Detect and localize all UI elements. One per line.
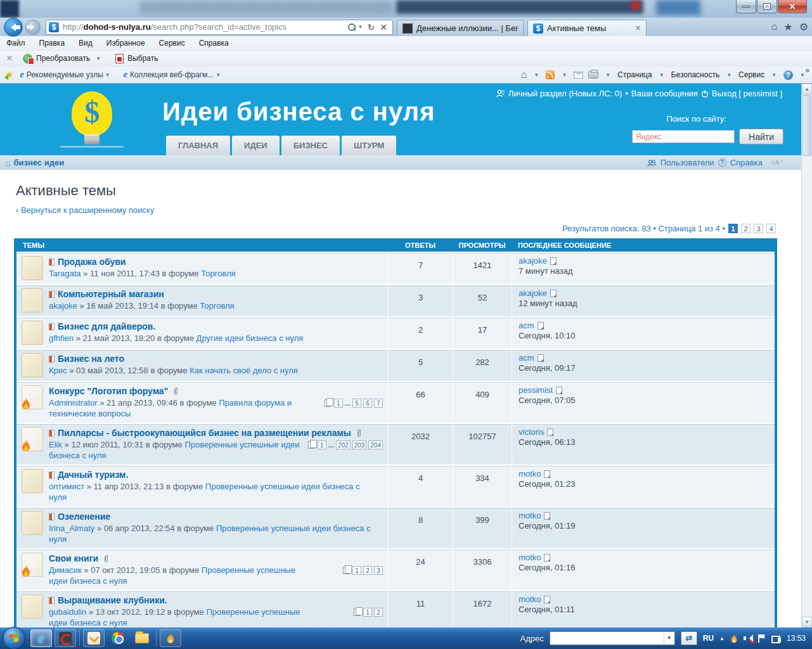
goto-lastpost-icon[interactable] xyxy=(550,290,557,297)
logout-link[interactable]: Выход [ pessimist ] xyxy=(712,89,782,98)
goto-lastpost-icon[interactable] xyxy=(538,322,544,330)
page-number[interactable]: 4 xyxy=(766,224,776,233)
forum-link[interactable]: Торговля xyxy=(200,301,234,311)
topic-author-link[interactable]: akajoke xyxy=(49,301,77,311)
taskbar-app-button[interactable] xyxy=(83,629,105,647)
home-icon[interactable]: ⌂ xyxy=(5,158,10,168)
help-dropdown-icon[interactable]: ▼ xyxy=(800,72,805,78)
menu-help[interactable]: Справка xyxy=(199,39,229,48)
help-icon[interactable]: ? xyxy=(783,70,793,80)
topic-title-link[interactable]: Дачный туризм. xyxy=(58,470,128,480)
topic-page-link[interactable]: 7 xyxy=(374,399,383,408)
scroll-up-button[interactable]: ▲ xyxy=(802,84,812,94)
breadcrumb[interactable]: бизнес идеи xyxy=(13,158,64,167)
favorite-suggested-sites[interactable]: e Рекомендуемые узлы ▼ xyxy=(20,70,112,80)
menu-favorites[interactable]: Избранное xyxy=(106,39,145,48)
topic-title-link[interactable]: Бизнес для дайверов. xyxy=(58,321,155,332)
menu-edit[interactable]: Правка xyxy=(39,39,65,48)
topic-page-link[interactable]: 1 xyxy=(363,608,372,617)
topic-title-link[interactable]: Конкурс "Логотип форума" xyxy=(49,386,168,397)
site-logo[interactable]: $ xyxy=(60,90,124,152)
topic-author-link[interactable]: Крис xyxy=(49,366,67,375)
topic-title-link[interactable]: Выращивание клубники. xyxy=(58,595,167,606)
print-icon[interactable] xyxy=(588,71,598,79)
topic-author-link[interactable]: gubaidulin xyxy=(49,607,86,617)
back-to-search-link[interactable]: ‹ Вернуться к расширенному поиску xyxy=(16,205,154,215)
page-dropdown-icon[interactable]: ▼ xyxy=(659,72,664,78)
tab-active-topics[interactable]: $ Активные темы ✕ xyxy=(527,20,647,36)
nav-tab-ideas[interactable]: ИДЕИ xyxy=(232,136,280,155)
topic-title-link[interactable]: Пилларсы - быстроокупающийся бизнес на р… xyxy=(58,428,351,439)
page-number[interactable]: 3 xyxy=(754,224,763,233)
nav-tab-home[interactable]: ГЛАВНАЯ xyxy=(166,136,230,155)
goto-lastpost-icon[interactable] xyxy=(547,428,553,436)
topic-page-link[interactable]: 3 xyxy=(374,566,383,575)
lastpost-author-link[interactable]: motko xyxy=(519,553,541,562)
taskbar-app-button[interactable] xyxy=(55,629,76,647)
goto-lastpost-icon[interactable] xyxy=(556,387,562,394)
topic-page-link[interactable]: 203 xyxy=(352,440,367,449)
menu-view[interactable]: Вид xyxy=(79,39,93,48)
tray-expand-icon[interactable]: ▲ xyxy=(719,636,725,641)
topic-page-link[interactable]: 202 xyxy=(336,440,351,449)
topic-page-link[interactable]: 2 xyxy=(363,566,372,575)
topic-page-link[interactable]: 5 xyxy=(352,399,361,408)
topic-page-link[interactable]: 204 xyxy=(368,440,383,449)
tools-dropdown-icon[interactable]: ▼ xyxy=(771,72,777,78)
security-menu-button[interactable]: Безопасность xyxy=(671,70,720,79)
topic-author-link[interactable]: Elik xyxy=(49,440,62,449)
dropdown-icon[interactable]: ▼ xyxy=(105,72,110,78)
topic-title-link[interactable]: Свои книги xyxy=(49,553,98,564)
topic-title-link[interactable]: Продажа обуви xyxy=(58,257,126,267)
vertical-scrollbar[interactable]: ▲ ▼ xyxy=(801,84,812,627)
topic-title-link[interactable]: Бизнес на лето xyxy=(58,354,124,364)
font-size-widget[interactable]: vA^ xyxy=(771,159,783,166)
back-button[interactable] xyxy=(4,18,23,37)
lastpost-author-link[interactable]: motko xyxy=(519,511,541,520)
settings-gear-icon[interactable]: ⚙ xyxy=(799,21,808,33)
tray-flame-icon[interactable] xyxy=(730,634,738,643)
mail-icon[interactable] xyxy=(574,72,583,79)
scrollbar-thumb[interactable] xyxy=(802,95,811,156)
start-button[interactable] xyxy=(3,627,25,649)
language-indicator[interactable]: RU xyxy=(703,634,714,643)
lastpost-author-link[interactable]: acm xyxy=(519,321,534,330)
goto-lastpost-icon[interactable] xyxy=(544,512,550,520)
address-go-button[interactable]: ⇄ xyxy=(681,631,697,645)
minimize-button[interactable] xyxy=(736,0,756,13)
topic-title-link[interactable]: Озеленение xyxy=(58,511,110,522)
taskbar-explorer-button[interactable] xyxy=(131,629,153,647)
goto-lastpost-icon[interactable] xyxy=(550,257,557,265)
personal-section-link[interactable]: Личный раздел (Новых ЛС: 0) xyxy=(508,89,622,98)
nav-tab-shturm[interactable]: ШТУРМ xyxy=(342,136,396,155)
topic-page-link[interactable]: 6 xyxy=(363,399,372,408)
forward-button[interactable] xyxy=(25,20,41,35)
site-search-input[interactable] xyxy=(632,130,735,143)
page-number[interactable]: 2 xyxy=(741,224,751,233)
add-favorite-icon[interactable]: ★ xyxy=(5,69,13,80)
topic-author-link[interactable]: Димасик xyxy=(49,565,82,575)
print-dropdown-icon[interactable]: ▼ xyxy=(605,72,610,78)
goto-lastpost-icon[interactable] xyxy=(544,554,550,562)
refresh-button[interactable]: ↻ xyxy=(368,22,375,32)
topic-author-link[interactable]: Taragata xyxy=(49,269,81,278)
address-bar[interactable]: $ http://dohod-s-nulya.ru/search.php?sea… xyxy=(46,20,393,35)
home-dropdown-icon[interactable]: ▼ xyxy=(534,72,539,78)
favorites-star-icon[interactable]: ★ xyxy=(783,21,792,33)
tab-close-icon[interactable]: ✕ xyxy=(635,24,641,32)
search-dropdown-icon[interactable]: ▼ xyxy=(358,24,363,30)
forum-link[interactable]: Торговля xyxy=(201,269,235,278)
convert-dropdown-icon[interactable]: ▼ xyxy=(96,56,101,61)
taskbar-app-button[interactable] xyxy=(160,629,181,647)
home-button[interactable]: ⌂ xyxy=(521,69,527,80)
dropdown-icon[interactable]: ▼ xyxy=(216,72,221,78)
taskbar-clock[interactable]: 13:53 xyxy=(787,634,806,643)
topic-author-link[interactable]: gfhfien xyxy=(49,333,74,343)
topic-author-link[interactable]: Administrator xyxy=(49,398,98,408)
goto-lastpost-icon[interactable] xyxy=(544,596,550,603)
topic-title-link[interactable]: Компьютерный магазин xyxy=(58,289,164,300)
taskbar-ie-button[interactable]: e xyxy=(30,629,52,647)
select-button[interactable]: Выбрать xyxy=(127,54,158,63)
stop-button[interactable]: ✕ xyxy=(380,22,387,32)
address-toolbar-input[interactable]: ▼ xyxy=(550,631,675,645)
